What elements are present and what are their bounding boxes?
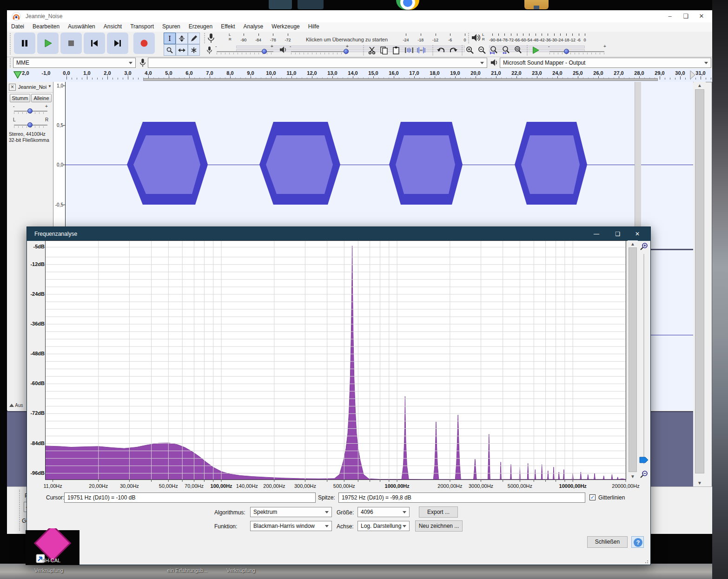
dialog-title-bar[interactable]: Frequenzanalyse — ❑ ✕	[27, 227, 650, 241]
desktop-icon-label[interactable]: Verknüpfung	[34, 567, 63, 573]
size-select[interactable]: 4096	[357, 507, 410, 517]
toolbar-grip[interactable]	[462, 45, 464, 55]
menu-item-hilfe[interactable]: Hilfe	[304, 22, 324, 31]
loop-play-icon[interactable]	[13, 71, 22, 79]
record-volume-thumb[interactable]	[262, 49, 267, 54]
quickplay-region[interactable]	[143, 78, 658, 81]
zoom-out-button[interactable]	[477, 45, 488, 56]
scroll-up-icon[interactable]: ▲	[694, 83, 706, 88]
scroll-up-icon[interactable]: ▲	[628, 241, 638, 246]
export-button[interactable]: Export ...	[419, 506, 458, 518]
title-bar[interactable]: Jeannie_Noise – ❑ ✕	[7, 10, 712, 22]
toolbar-grip[interactable]	[204, 33, 206, 43]
copy-button[interactable]	[378, 45, 390, 56]
plot-zoom-slider[interactable]	[643, 254, 644, 464]
scroll-down-icon[interactable]: ▼	[694, 480, 706, 486]
menu-item-datei[interactable]: Datei	[7, 22, 28, 31]
track-title[interactable]: Jeannie_Noi	[18, 84, 46, 90]
vertical-scrollbar-thumb[interactable]	[695, 89, 704, 473]
speaker-icon[interactable]	[471, 33, 481, 42]
algorithm-select[interactable]: Spektrum	[250, 507, 332, 517]
selection-tool-button[interactable]: I	[164, 33, 176, 44]
desktop-app-icon[interactable]	[269, 0, 292, 9]
zoom-fit-button[interactable]	[501, 45, 512, 56]
shcal-icon-label[interactable]: SH-CAL	[42, 558, 60, 563]
pan-thumb[interactable]	[27, 122, 33, 127]
maximize-icon[interactable]: ❑	[678, 12, 694, 21]
undo-button[interactable]	[436, 45, 447, 56]
scroll-down-icon[interactable]: ▼	[628, 474, 638, 479]
close-icon[interactable]: ✕	[694, 12, 709, 21]
toolbar-grip[interactable]	[19, 490, 21, 531]
stop-button[interactable]	[60, 33, 82, 54]
record-button[interactable]	[133, 33, 155, 54]
toolbar-grip[interactable]	[363, 45, 365, 55]
menu-item-auswählen[interactable]: Auswählen	[64, 22, 99, 31]
skip-end-button[interactable]	[107, 33, 128, 54]
play-speed-slider[interactable]	[549, 51, 604, 52]
audio-host-select[interactable]: MME	[13, 58, 136, 68]
maximize-icon[interactable]: ❑	[609, 227, 627, 241]
paste-button[interactable]	[390, 45, 402, 56]
menu-item-werkzeuge[interactable]: Werkzeuge	[267, 22, 304, 31]
vertical-scrollbar[interactable]: ▲ ▼	[694, 82, 706, 486]
redo-button[interactable]	[448, 45, 459, 56]
zoom-toggle-button[interactable]	[513, 45, 524, 56]
toolbar-grip[interactable]	[10, 58, 12, 67]
menu-item-bearbeiten[interactable]: Bearbeiten	[28, 22, 64, 31]
plot-scrollbar-thumb[interactable]	[629, 247, 637, 472]
gridlines-checkbox[interactable]: ✓	[589, 494, 596, 500]
plot-zoom-out-icon[interactable]	[640, 470, 648, 479]
help-button[interactable]: ?	[631, 536, 644, 548]
desktop-app-icon[interactable]	[524, 0, 549, 9]
timeshift-tool-button[interactable]	[176, 44, 188, 56]
menu-item-ansicht[interactable]: Ansicht	[99, 22, 126, 31]
playback-device-select[interactable]: Microsoft Sound Mapper - Output	[500, 58, 711, 68]
plot-zoom-slider-thumb[interactable]	[639, 457, 649, 463]
gain-thumb[interactable]	[27, 108, 33, 113]
microphone-icon[interactable]	[207, 33, 215, 43]
track-close-icon[interactable]: ×	[9, 84, 16, 91]
toolbar-grip[interactable]	[10, 33, 12, 54]
menu-item-effekt[interactable]: Effekt	[217, 22, 239, 31]
playhead-marker-icon[interactable]	[689, 70, 696, 80]
envelope-tool-button[interactable]	[176, 33, 188, 44]
close-dialog-button[interactable]: Schließen	[587, 536, 628, 548]
close-icon[interactable]: ✕	[628, 227, 647, 241]
playback-meter[interactable]: -90-84-78-72-66-60-54-48-42-36-30-24-18-…	[489, 33, 585, 44]
minimize-icon[interactable]: —	[587, 227, 606, 241]
toolbar-grip[interactable]	[468, 33, 470, 43]
menu-item-transport[interactable]: Transport	[126, 22, 158, 31]
toolbar-grip[interactable]	[527, 45, 529, 55]
play-button[interactable]	[37, 33, 59, 54]
trim-audio-button[interactable]	[404, 45, 415, 56]
plot-vertical-scrollbar[interactable]: ▲ ▼	[628, 240, 638, 480]
draw-tool-button[interactable]	[188, 33, 200, 44]
timeline-ruler[interactable]: 2,0-1,00,01,02,03,04,05,06,07,08,09,010,…	[7, 69, 712, 82]
pause-button[interactable]	[14, 33, 35, 54]
desktop-icon-label[interactable]: Verknüpfung	[226, 567, 255, 573]
menu-item-analyse[interactable]: Analyse	[239, 22, 268, 31]
resize-grip[interactable]	[645, 559, 649, 563]
zoom-in-button[interactable]	[464, 45, 476, 56]
minimize-icon[interactable]: –	[662, 12, 678, 21]
redraw-button[interactable]: Neu zeichnen ...	[415, 520, 463, 532]
chrome-icon[interactable]	[396, 0, 419, 10]
zoom-tool-button[interactable]	[164, 44, 176, 56]
play-speed-thumb[interactable]	[564, 49, 569, 54]
silence-audio-button[interactable]	[416, 45, 427, 56]
desktop-app-icon[interactable]	[298, 0, 324, 9]
recording-device-select[interactable]	[148, 58, 487, 68]
plot-zoom-in-icon[interactable]	[640, 242, 648, 251]
track-menu-chevron-icon[interactable]: ▼	[48, 84, 52, 88]
solo-button[interactable]: Alleine	[31, 94, 52, 102]
playback-volume-slider[interactable]	[291, 51, 348, 52]
mute-button[interactable]: Stumm	[10, 94, 30, 102]
skip-start-button[interactable]	[84, 33, 105, 54]
function-select[interactable]: Blackman-Harris window	[250, 521, 332, 531]
playback-volume-thumb[interactable]	[344, 49, 349, 54]
desktop-icon-label[interactable]: ein Erfahrungsb...	[167, 567, 208, 573]
axis-select[interactable]: Log. Darstellung	[357, 521, 410, 531]
menu-item-spuren[interactable]: Spuren	[158, 22, 185, 31]
multi-tool-button[interactable]	[188, 44, 200, 56]
